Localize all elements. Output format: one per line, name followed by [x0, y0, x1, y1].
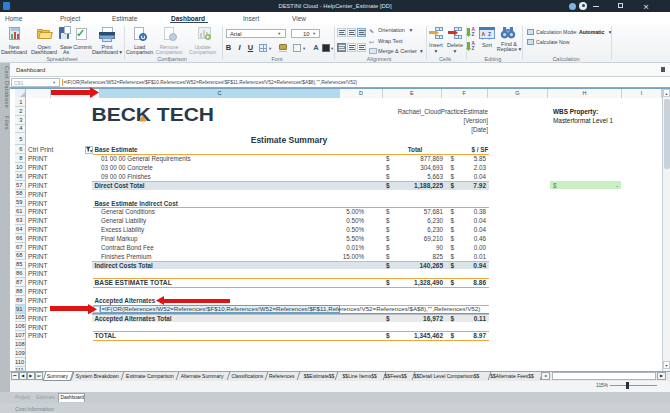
svg-text:BECK TECH: BECK TECH	[92, 107, 215, 125]
